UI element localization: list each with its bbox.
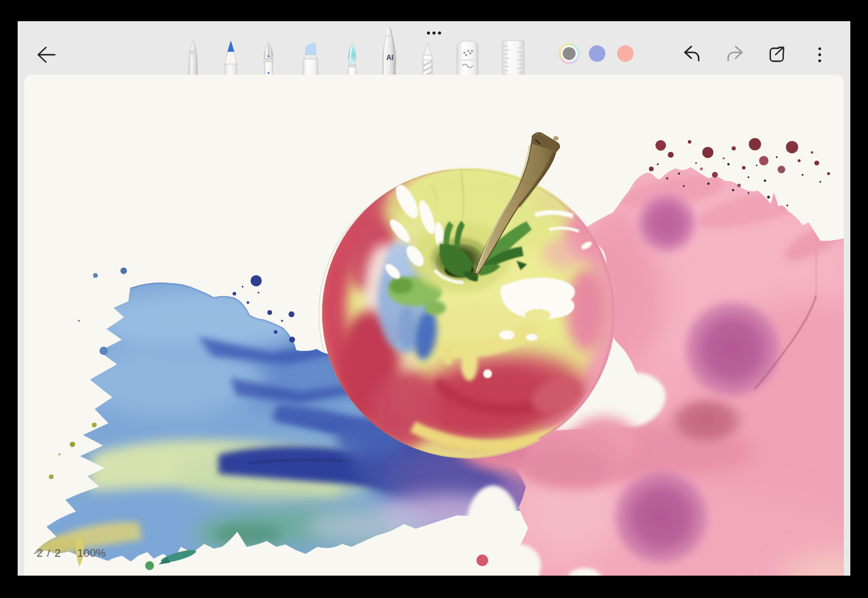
svg-text:AI: AI — [386, 54, 393, 62]
